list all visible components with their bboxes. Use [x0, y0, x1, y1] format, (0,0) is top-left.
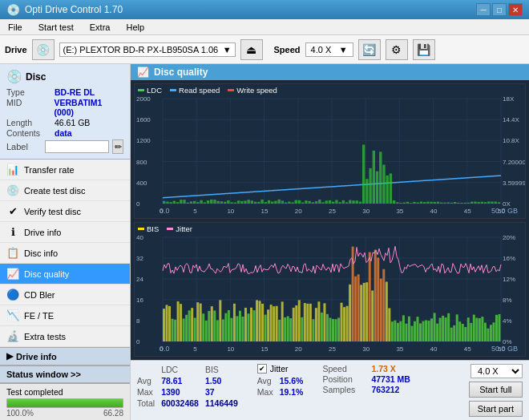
jitter-avg-key: Avg	[257, 375, 280, 386]
close-button[interactable]: ✕	[508, 3, 523, 16]
legend-read-speed: Read speed	[170, 86, 220, 95]
disc-quality-header: 📈 Disc quality	[131, 64, 529, 80]
disc-quality-icon: 📈	[6, 268, 19, 280]
drive-icon-btn[interactable]: 💿	[32, 39, 55, 60]
ldc-bis-stats: LDC BIS Avg 78.61 1.50 Max 1390	[137, 364, 244, 409]
create-test-disc-icon: 💿	[6, 184, 19, 196]
extra-tests-icon: 🔬	[6, 330, 19, 342]
stats-avg-bis: 1.50	[205, 375, 244, 386]
maximize-button[interactable]: □	[492, 3, 507, 16]
disc-label-edit-btn[interactable]: ✏	[112, 139, 123, 154]
verify-test-disc-icon: ✔	[6, 205, 19, 217]
charts-area: LDC Read speed Write speed	[131, 80, 529, 360]
speed-label: Speed	[274, 45, 301, 55]
fe-te-icon: 📉	[6, 309, 19, 321]
legend-bis: BIS	[138, 224, 159, 233]
disc-mid-val: VERBATIM1 (000)	[54, 98, 123, 117]
chart2-canvas	[135, 223, 525, 356]
status-window-section[interactable]: Status window >>	[0, 365, 130, 383]
main-layout: 💿 Disc Type BD-RE DL MID VERBATIM1 (000)…	[0, 64, 529, 420]
speed-val: 1.73 X	[371, 364, 395, 374]
legend-jitter: Jitter	[167, 224, 192, 233]
chart-ldc: LDC Read speed Write speed	[134, 83, 526, 219]
nav-verify-test-disc[interactable]: ✔ Verify test disc	[0, 201, 130, 222]
jitter-stats: ✔ Jitter Avg 15.6% Max 19.1%	[257, 364, 310, 398]
save-button[interactable]: 💾	[413, 39, 435, 60]
stats-max-bis: 37	[205, 386, 244, 398]
drive-info-icon: ℹ	[6, 226, 19, 238]
refresh-button[interactable]: 🔄	[358, 39, 381, 60]
stats-row-max: Max 1390 37	[137, 386, 244, 398]
minimize-button[interactable]: ─	[476, 3, 491, 16]
stats-max-ldc: 1390	[161, 386, 205, 398]
disc-contents-val: data	[55, 128, 72, 138]
menu-extra[interactable]: Extra	[85, 21, 115, 34]
progress-percent: 100.0%	[6, 409, 34, 418]
stats-th-empty	[137, 364, 161, 375]
nav-fe-te[interactable]: 📉 FE / TE	[0, 305, 130, 326]
nav-create-test-disc[interactable]: 💿 Create test disc	[0, 180, 130, 201]
drive-dropdown[interactable]: (E:) PLEXTOR BD-R PX-LB950SA 1.06 ▼	[59, 42, 236, 57]
eject-button[interactable]: ⏏	[240, 39, 263, 60]
jitter-table: Avg 15.6% Max 19.1%	[257, 375, 310, 398]
disc-panel-title: Disc	[26, 71, 46, 83]
stats-row-avg: Avg 78.61 1.50	[137, 375, 244, 386]
nav-transfer-rate[interactable]: 📊 Transfer rate	[0, 160, 130, 180]
stats-avg-ldc: 78.61	[161, 375, 205, 386]
nav-disc-quality[interactable]: 📈 Disc quality	[0, 264, 130, 285]
disc-length-key: Length	[6, 118, 55, 127]
position-val: 47731 MB	[371, 374, 410, 384]
dq-header-title: Disc quality	[154, 67, 208, 78]
chart1-legend: LDC Read speed Write speed	[138, 86, 277, 95]
speed-select[interactable]: 4.0 X 2.0 X 1.0 X	[470, 364, 523, 378]
progress-fill	[7, 399, 123, 407]
samples-val: 763212	[371, 385, 399, 394]
content-area: 📈 Disc quality LDC Read speed	[131, 64, 529, 420]
stats-th-bis: BIS	[205, 364, 244, 375]
control-section: 4.0 X 2.0 X 1.0 X Start full Start part	[469, 364, 523, 417]
nav-disc-info[interactable]: 📋 Disc info	[0, 243, 130, 264]
legend-ldc: LDC	[138, 86, 162, 95]
chart2-legend: BIS Jitter	[138, 224, 192, 233]
speed-label: Speed	[322, 364, 366, 374]
disc-label-input[interactable]	[45, 140, 109, 153]
read-speed-color	[170, 89, 176, 91]
nav-extra-tests[interactable]: 🔬 Extra tests	[0, 326, 130, 347]
position-label: Position	[322, 374, 366, 384]
disc-type-key: Type	[6, 87, 55, 97]
disc-mid-key: MID	[6, 98, 54, 117]
toolbar: Drive 💿 (E:) PLEXTOR BD-R PX-LB950SA 1.0…	[0, 35, 529, 64]
menu-start-test[interactable]: Start test	[34, 21, 79, 34]
chart1-canvas	[135, 84, 525, 218]
start-full-button[interactable]: Start full	[469, 382, 523, 398]
start-part-button[interactable]: Start part	[469, 401, 523, 417]
bis-color	[138, 228, 144, 230]
stats-row-total: Total 60032468 1146449	[137, 398, 244, 409]
app-title: Opti Drive Control 1.70	[25, 4, 476, 15]
jitter-avg-row: Avg 15.6%	[257, 375, 310, 386]
sidebar: 💿 Disc Type BD-RE DL MID VERBATIM1 (000)…	[0, 64, 131, 420]
nav-drive-info[interactable]: ℹ Drive info	[0, 222, 130, 243]
speed-dropdown[interactable]: 4.0 X ▼	[305, 42, 353, 57]
nav-cd-bler[interactable]: 🔵 CD Bler	[0, 285, 130, 305]
stats-total-bis: 1146449	[205, 398, 244, 409]
disc-panel-icon: 💿	[6, 69, 22, 84]
stats-th-ldc: LDC	[161, 364, 205, 375]
drive-info-section[interactable]: ▶ Drive info	[0, 347, 130, 365]
menu-help[interactable]: Help	[121, 21, 149, 34]
app-icon: 💿	[6, 3, 20, 16]
progress-bar	[6, 398, 123, 408]
samples-label: Samples	[322, 385, 366, 394]
drive-info-arrow: ▶	[6, 351, 13, 361]
jitter-color	[167, 228, 173, 230]
stats-panel: LDC BIS Avg 78.61 1.50 Max 1390	[131, 360, 529, 420]
stats-max-label: Max	[137, 386, 161, 398]
cd-bler-icon: 🔵	[6, 289, 19, 301]
stats-avg-label: Avg	[137, 375, 161, 386]
jitter-checkbox[interactable]: ✔	[257, 364, 267, 374]
speed-stats: Speed 1.73 X Position 47731 MB Samples 7…	[322, 364, 410, 395]
menu-file[interactable]: File	[3, 21, 27, 34]
settings-button[interactable]: ⚙	[386, 39, 408, 60]
disc-label-key: Label	[6, 142, 42, 151]
status-bar: Test completed 100.0% 66.28	[0, 383, 130, 420]
